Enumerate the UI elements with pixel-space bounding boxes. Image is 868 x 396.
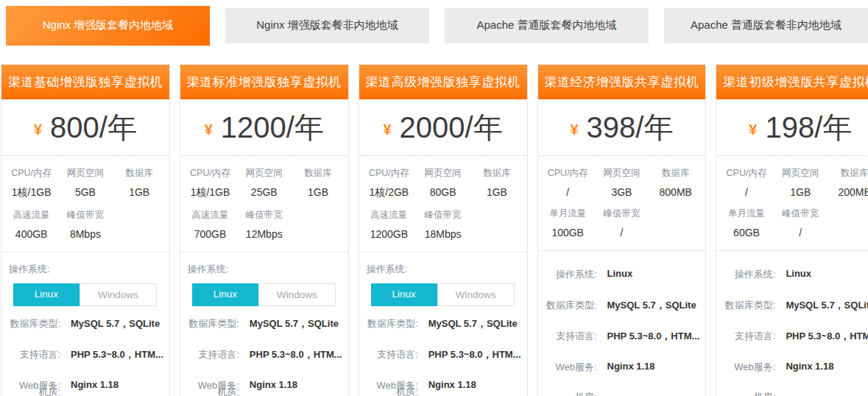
tab-apache-basic-non-mainland[interactable]: Apache 普通版套餐非内地地域: [664, 8, 868, 43]
spec-value: 8Mbps: [58, 228, 112, 240]
plan-card-entry: 渠道初级增强版共享虚拟机 ¥ 198/年 CPU/内存/ 网页空间1GB 数据库…: [716, 64, 868, 396]
spec-value: /: [774, 227, 828, 238]
tab-nginx-enhanced-non-mainland[interactable]: Nginx 增强版套餐非内地地域: [225, 8, 429, 43]
plan-card-list: 渠道基础增强版独享虚拟机 ¥ 800/年 CPU/内存1核/1GB 网页空间5G…: [0, 64, 868, 396]
plan-price: ¥ 800/年: [2, 99, 169, 156]
spec-label: 网页空间: [58, 167, 112, 180]
detail-row-os: 操作系统:Linux: [722, 268, 868, 282]
plan-title: 渠道经济增强版共享虚拟机: [538, 65, 706, 99]
tab-apache-basic-mainland[interactable]: Apache 普通版套餐内地地域: [445, 8, 649, 43]
os-toggle: Linux Windows: [13, 283, 163, 306]
windows-button[interactable]: Windows: [437, 283, 515, 306]
detail-label: 支持语言:: [186, 348, 239, 362]
spec-value: 1200GB: [362, 228, 416, 240]
detail-label: 支持语言:: [722, 330, 775, 344]
detail-label: 数据库类型:: [7, 317, 60, 331]
spec-value: 1GB: [774, 186, 828, 198]
detail-label: 数据库类型:: [365, 317, 418, 331]
detail-row-db-type: 数据库类型:MySQL 5.7，SQLite: [544, 299, 700, 313]
os-toggle: Linux Windows: [192, 283, 342, 306]
plan-title: 渠道初级增强版共享虚拟机: [716, 65, 868, 99]
spec-label: 峰值带宽: [595, 208, 649, 220]
spec-value: 200MB: [828, 186, 868, 198]
detail-value: PHP 5.3~8.0，HTM...: [786, 330, 868, 344]
spec-value: 1核/1GB: [4, 186, 58, 199]
plan-price: ¥ 2000/年: [360, 99, 526, 156]
spec-value: 100GB: [541, 227, 595, 238]
plan-price: ¥ 1200/年: [181, 99, 347, 156]
os-label: 操作系统:: [544, 268, 597, 282]
spec-label: 数据库: [649, 167, 702, 180]
spec-label: 数据库: [470, 167, 523, 180]
spec-value: 3GB: [595, 186, 649, 198]
plan-specs: CPU/内存1核/1GB 网页空间25GB 数据库1GB 高速流量700GB 峰…: [180, 156, 348, 252]
currency-symbol: ¥: [34, 121, 42, 138]
detail-label: Web服务:: [722, 361, 775, 375]
os-toggle: Linux Windows: [371, 283, 521, 306]
plan-card-standard: 渠道标准增强版独享虚拟机 ¥ 1200/年 CPU/内存1核/1GB 网页空间2…: [180, 64, 349, 396]
spec-label: 单月流量: [719, 208, 773, 220]
detail-label: 支持语言:: [7, 348, 60, 362]
plan-price: ¥ 398/年: [539, 99, 705, 156]
windows-button[interactable]: Windows: [258, 283, 336, 306]
detail-row-db-type: 数据库类型:MySQL 5.7，SQLite: [365, 317, 521, 331]
detail-row-languages: 支持语言:PHP 5.3~8.0，HTM...: [722, 330, 868, 344]
spec-value: 5GB: [58, 186, 112, 198]
spec-label: 高速流量: [362, 209, 416, 222]
os-label: 操作系统:: [9, 263, 163, 276]
plan-tabs: Nginx 增强版套餐内地地域 Nginx 增强版套餐非内地地域 Apache …: [0, 0, 868, 46]
os-value: Linux: [786, 268, 811, 282]
spec-label: CPU/内存: [362, 167, 416, 180]
plan-specs: CPU/内存1核/2GB 网页空间80GB 数据库1GB 高速流量1200GB …: [359, 156, 527, 252]
currency-symbol: ¥: [570, 121, 578, 138]
spec-label: 网页空间: [416, 167, 470, 180]
spec-label: 峰值带宽: [58, 209, 112, 222]
detail-value: PHP 5.3~8.0，HTM...: [71, 348, 163, 362]
detail-label: 数据库类型:: [544, 299, 597, 313]
spec-value: 1核/2GB: [362, 186, 416, 199]
os-label: 操作系统:: [188, 263, 342, 276]
detail-row-languages: 支持语言:PHP 5.3~8.0，HTM...: [7, 348, 163, 362]
plan-details: 操作系统: Linux Windows 数据库类型:MySQL 5.7，SQLi…: [180, 252, 348, 396]
plan-card-advanced: 渠道高级增强版独享虚拟机 ¥ 2000/年 CPU/内存1核/2GB 网页空间8…: [359, 64, 528, 396]
detail-row-languages: 支持语言:PHP 5.3~8.0，HTM...: [365, 348, 521, 362]
detail-label: Web服务:: [544, 361, 597, 375]
detail-value: MySQL 5.7，SQLite: [71, 317, 160, 331]
detail-value: MySQL 5.7，SQLite: [250, 317, 339, 331]
detail-value: MySQL 5.7，SQLite: [786, 299, 868, 313]
detail-row-datacenter: 机房:: [544, 391, 700, 396]
detail-label: 数据库类型:: [186, 317, 239, 331]
windows-button[interactable]: Windows: [80, 283, 157, 306]
linux-button[interactable]: Linux: [13, 283, 80, 306]
plan-title: 渠道高级增强版独享虚拟机: [359, 65, 527, 99]
spec-value: 1GB: [470, 186, 523, 198]
detail-row-os: 操作系统:Linux: [544, 268, 700, 282]
linux-button[interactable]: Linux: [192, 283, 258, 306]
plan-title: 渠道标准增强版独享虚拟机: [180, 65, 348, 99]
spec-label: 高速流量: [4, 209, 58, 222]
tab-nginx-enhanced-mainland[interactable]: Nginx 增强版套餐内地地域: [6, 6, 210, 46]
detail-label: 机房:: [7, 386, 60, 396]
spec-value: /: [541, 186, 595, 198]
spec-value: 800MB: [649, 186, 702, 198]
spec-label: 网页空间: [595, 167, 649, 180]
plan-price: ¥ 198/年: [717, 99, 868, 156]
plan-specs: CPU/内存/ 网页空间1GB 数据库200MB 单月流量60GB 峰值带宽/: [716, 156, 868, 251]
detail-label: 支持语言:: [544, 330, 597, 344]
linux-button[interactable]: Linux: [371, 283, 437, 306]
detail-value: Nginx 1.18: [250, 379, 297, 393]
plan-details: 操作系统:Linux 数据库类型:MySQL 5.7，SQLite 支持语言:P…: [538, 251, 706, 396]
spec-value: 25GB: [237, 186, 291, 198]
spec-label: 峰值带宽: [237, 209, 291, 222]
os-label: 操作系统:: [722, 268, 775, 282]
spec-label: CPU/内存: [541, 167, 595, 180]
spec-label: 单月流量: [541, 208, 595, 220]
spec-label: 网页空间: [774, 167, 828, 180]
price-amount: 1200/年: [221, 107, 324, 148]
plan-card-economy: 渠道经济增强版共享虚拟机 ¥ 398/年 CPU/内存/ 网页空间3GB 数据库…: [537, 64, 707, 396]
detail-row-datacenter: 机房:: [722, 391, 868, 396]
detail-label: 机房:: [365, 386, 418, 396]
price-amount: 800/年: [50, 107, 137, 148]
spec-value: 1GB: [291, 186, 345, 198]
spec-label: 数据库: [291, 167, 345, 180]
